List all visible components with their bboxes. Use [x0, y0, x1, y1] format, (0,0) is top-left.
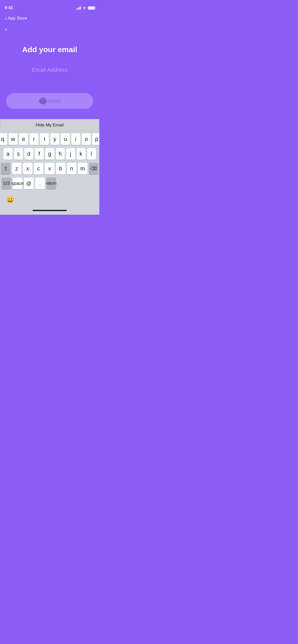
- key-t[interactable]: t: [40, 133, 49, 145]
- back-icon: ‹: [5, 26, 7, 33]
- key-s[interactable]: s: [14, 148, 23, 160]
- signal-icon: [76, 6, 81, 10]
- space-key[interactable]: space: [13, 178, 22, 189]
- ripple-dot: [39, 97, 47, 105]
- key-u[interactable]: u: [61, 133, 70, 145]
- key-d[interactable]: d: [24, 148, 33, 160]
- return-key[interactable]: return: [46, 178, 56, 189]
- numbers-key[interactable]: 123: [2, 178, 11, 189]
- key-j[interactable]: j: [66, 148, 75, 160]
- key-w[interactable]: w: [9, 133, 18, 145]
- battery-icon: [88, 6, 95, 10]
- key-m[interactable]: m: [78, 163, 87, 174]
- emoji-icon: 😀: [6, 196, 14, 204]
- status-time: 9:41: [5, 6, 13, 10]
- key-row-2: a s d f g h j k l: [1, 148, 99, 160]
- delete-key[interactable]: ⌫: [89, 163, 99, 174]
- status-icons: [76, 6, 95, 10]
- key-q[interactable]: q: [0, 133, 7, 145]
- key-row-3: ⇧ z x c v b n m ⌫: [1, 163, 99, 174]
- back-button[interactable]: ‹: [5, 26, 7, 33]
- shift-key[interactable]: ⇧: [1, 163, 10, 174]
- key-row-bottom: 123 space @ . return: [1, 178, 99, 189]
- wifi-icon: [82, 6, 86, 9]
- key-n[interactable]: n: [67, 163, 76, 174]
- app-container: 9:41 ‹ App Store ‹ Add: [0, 0, 99, 215]
- keyboard-area: Hide My Email q w e r t y u i o p a s: [0, 119, 99, 215]
- key-x[interactable]: x: [23, 163, 32, 174]
- home-indicator: [0, 206, 99, 215]
- key-e[interactable]: e: [19, 133, 28, 145]
- key-f[interactable]: f: [35, 148, 44, 160]
- home-indicator-bar: [33, 210, 67, 211]
- status-bar: 9:41: [0, 0, 99, 13]
- key-v[interactable]: v: [45, 163, 54, 174]
- app-store-nav: ‹ App Store: [0, 13, 99, 24]
- key-h[interactable]: h: [56, 148, 65, 160]
- emoji-button[interactable]: 😀: [5, 195, 15, 205]
- email-input[interactable]: [6, 67, 93, 73]
- key-l[interactable]: l: [87, 148, 96, 160]
- chevron-left-icon: ‹: [5, 16, 7, 21]
- page-title: Add your email: [22, 45, 77, 54]
- app-store-label: App Store: [8, 16, 27, 21]
- keyboard-bottom-bar: 😀: [0, 192, 99, 206]
- key-z[interactable]: z: [12, 163, 21, 174]
- key-b[interactable]: b: [56, 163, 65, 174]
- keyboard-suggestion-bar[interactable]: Hide My Email: [0, 119, 99, 131]
- key-row-1: q w e r t y u i o p: [1, 133, 99, 145]
- key-g[interactable]: g: [45, 148, 54, 160]
- suggestion-divider-left: [0, 121, 0, 129]
- app-store-back-button[interactable]: ‹ App Store: [5, 16, 27, 21]
- keyboard-keys: q w e r t y u i o p a s d f g h j k: [0, 131, 99, 192]
- suggestion-hide-email: Hide My Email: [36, 123, 64, 128]
- suggestion-divider-right: [99, 121, 99, 129]
- back-row: ‹: [0, 24, 99, 35]
- continue-button[interactable]: Continue: [6, 93, 93, 109]
- key-k[interactable]: k: [77, 148, 86, 160]
- period-key[interactable]: .: [35, 178, 45, 189]
- at-key[interactable]: @: [24, 178, 34, 189]
- key-p[interactable]: p: [92, 133, 99, 145]
- key-i[interactable]: i: [71, 133, 80, 145]
- main-content: Add your email Continue: [0, 35, 99, 119]
- key-o[interactable]: o: [82, 133, 91, 145]
- key-y[interactable]: y: [50, 133, 59, 145]
- key-a[interactable]: a: [4, 148, 12, 160]
- key-c[interactable]: c: [34, 163, 43, 174]
- key-r[interactable]: r: [30, 133, 38, 145]
